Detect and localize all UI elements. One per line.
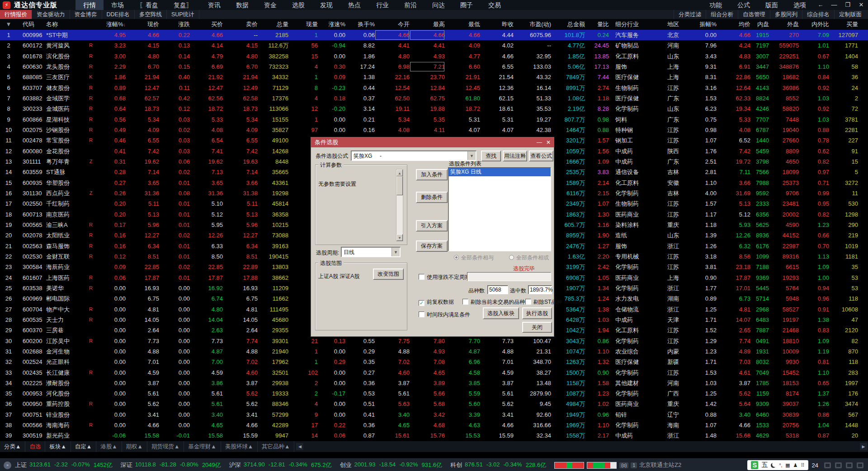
add-condition-button[interactable]: 加入条件 bbox=[416, 169, 448, 180]
table-row[interactable]: 4600630龙头股份R2.296.700.156.696.7073232340… bbox=[0, 61, 868, 72]
header-change-pct[interactable]: 涨幅%↓ bbox=[96, 19, 126, 30]
header-total-volume[interactable]: 总量 bbox=[258, 19, 288, 30]
close-button[interactable]: 关闭 bbox=[522, 322, 552, 333]
tab-美股环球[interactable]: 美股环球▲ bbox=[221, 441, 258, 452]
tab-期权[interactable]: 期权▲ bbox=[122, 441, 147, 452]
chevron-down-icon[interactable]: ▼ bbox=[392, 248, 400, 256]
tab-基金理财[interactable]: 基金理财▲ bbox=[184, 441, 221, 452]
forward-adjust-checkbox[interactable]: ✓前复权数据 bbox=[419, 298, 454, 306]
menu-item-问达[interactable]: 问达 bbox=[425, 0, 453, 10]
table-row[interactable]: 33002435长江健康R0.004.590.004.594.603250110… bbox=[0, 367, 868, 378]
time-range-checkbox[interactable]: 时间段内满足条件 bbox=[419, 311, 470, 319]
table-row[interactable]: 36000950重药控股R0.005.620.005.615.628834640… bbox=[0, 399, 868, 409]
table-row[interactable]: 31002688金河生物0.004.880.004.874.882194010.… bbox=[0, 346, 868, 357]
table-row[interactable]: 30600200江苏吴中R0.007.730.007.737.743930121… bbox=[0, 336, 868, 346]
back-arrow-icon[interactable]: ← bbox=[814, 0, 827, 10]
restore-icon[interactable]: ❐ bbox=[841, 0, 854, 10]
scroll-down-icon[interactable]: ▼ bbox=[396, 234, 403, 241]
header-cur-volume[interactable]: 现量 bbox=[288, 19, 318, 30]
menu-item-版面[interactable]: 版面 bbox=[758, 0, 786, 10]
server-name[interactable]: 北京联通主站Z2 bbox=[639, 461, 681, 469]
toolbar-item-多股同列[interactable]: 多股同列 bbox=[770, 10, 802, 19]
table-row[interactable]: 37000751锌业股份0.003.410.003.403.415729990.… bbox=[0, 410, 868, 420]
menu-item-选项[interactable]: 选项 bbox=[786, 0, 814, 10]
tab-港股[interactable]: 港股▲ bbox=[96, 441, 122, 452]
header-prev-close[interactable]: 昨收 bbox=[480, 19, 514, 30]
find-button[interactable]: 查找 bbox=[481, 151, 501, 161]
delete-condition-button[interactable]: 删除条件 bbox=[416, 192, 448, 203]
header-buy-price[interactable]: 买价 bbox=[190, 19, 223, 30]
punctuation-icon[interactable]: °, bbox=[779, 463, 782, 468]
table-row[interactable]: 35000953河化股份0.005.610.005.615.62193332-0… bbox=[0, 388, 868, 399]
menu-item-复盘〗[interactable]: 复盘〗 bbox=[166, 0, 200, 10]
period-combo[interactable]: 日线 ▼ bbox=[341, 247, 401, 257]
index-沪深[interactable]: 沪深3714.90-12.81-0.34%675.2亿 bbox=[229, 461, 335, 469]
table-row[interactable]: 38000566海南海药R0.004.660.004.654.664228917… bbox=[0, 420, 868, 430]
tab-自定[interactable]: 自定▲ bbox=[71, 441, 96, 452]
toolbar-item-定制版面[interactable]: 定制版面 bbox=[834, 10, 866, 19]
tab-期货现货[interactable]: 期货现货▲ bbox=[147, 441, 184, 452]
exclude-st-checkbox[interactable]: 剔除ST品种 bbox=[525, 298, 562, 306]
menu-item-发现[interactable]: 发现 bbox=[312, 0, 340, 10]
table-row[interactable]: 6603707健友股份R0.8912.470.1112.4712.4971129… bbox=[0, 83, 868, 93]
header-industry[interactable]: 细分行业 bbox=[609, 19, 660, 30]
index-上证[interactable]: 上证3123.61-2.32-0.07%1452亿 bbox=[15, 461, 116, 469]
menu-item-公式[interactable]: 公式 bbox=[730, 0, 758, 10]
tray-power-icon[interactable] bbox=[857, 462, 863, 468]
change-range-button[interactable]: 改变范围 bbox=[373, 268, 404, 280]
table-row[interactable]: 9600866星湖科技R0.565.340.035.335.341515510.… bbox=[0, 114, 868, 125]
header-pe-dynamic[interactable]: 市盈(动) bbox=[514, 19, 551, 30]
scrollbar-thumb[interactable] bbox=[396, 176, 403, 195]
menu-item-市场[interactable]: 市场 bbox=[104, 0, 132, 10]
menu-item-功能[interactable]: 功能 bbox=[702, 0, 730, 10]
index-深证[interactable]: 深证10118.8-81.28-0.80%2049亿 bbox=[121, 461, 225, 469]
tabs-scroll-right-icon[interactable]: ▶ bbox=[860, 443, 867, 450]
table-row[interactable]: 3601678滨化股份R3.004.800.144.794.8038225815… bbox=[0, 51, 868, 61]
formula-combo[interactable]: 笑脸XG - ▼ bbox=[351, 151, 476, 161]
toolbar-item-多空阵线[interactable]: 多空阵线 bbox=[135, 10, 167, 19]
updown-period-input[interactable] bbox=[467, 272, 551, 281]
ime-bar[interactable]: S 五 °, ▦ ♟ ⠿ bbox=[747, 460, 808, 470]
wubi-mode-icon[interactable]: 五 bbox=[761, 461, 768, 469]
tray-keyboard-icon[interactable] bbox=[824, 462, 831, 468]
index-科创[interactable]: 科创876.51-3.02-0.34%228.6亿 bbox=[450, 461, 550, 469]
menu-item-〖看盘[interactable]: 〖看盘 bbox=[132, 0, 166, 10]
header-low[interactable]: 最低 bbox=[445, 19, 480, 30]
toolbar-item-资金驱动力[interactable]: 资金驱动力 bbox=[32, 10, 70, 19]
condition-list-item-selected[interactable]: 笑脸XG 日线 bbox=[448, 168, 551, 176]
header-margin-flag[interactable] bbox=[86, 19, 96, 30]
menu-item-圈子[interactable]: 圈子 bbox=[453, 0, 481, 10]
tray-monitor-icon[interactable] bbox=[835, 462, 842, 468]
menu-item-行业[interactable]: 行业 bbox=[368, 0, 396, 10]
menu-item-前沿[interactable]: 前沿 bbox=[396, 0, 425, 10]
radio-and[interactable]: 全部条件相与 bbox=[454, 254, 494, 262]
radio-or[interactable]: 全部条件相或 bbox=[509, 254, 549, 262]
tab-板块[interactable]: 板块▲ bbox=[45, 441, 71, 452]
execute-pick-button[interactable]: 执行选股 bbox=[522, 307, 552, 319]
header-stock-code[interactable]: 代码 bbox=[17, 19, 46, 30]
toolbar-item-组合分析[interactable]: 组合分析 bbox=[706, 10, 738, 19]
table-row[interactable]: 2600172黄河旋风R3.234.150.134.144.15112.6万56… bbox=[0, 40, 868, 51]
header-in-out-ratio[interactable]: 内外比 bbox=[799, 19, 829, 30]
toolbar-item-行情报价[interactable]: 行情报价 bbox=[0, 10, 32, 19]
table-row[interactable]: 7603882金域医学R0.6862.570.4262.5662.5817376… bbox=[0, 93, 868, 104]
tray-satellite-icon[interactable] bbox=[846, 462, 853, 468]
table-row[interactable]: 34002225濮耐股份0.003.870.003.863.872993820.… bbox=[0, 378, 868, 388]
header-speed-pct[interactable]: 涨速% bbox=[318, 19, 345, 30]
header-sell-price[interactable]: 卖价 bbox=[223, 19, 258, 30]
view-formula-button[interactable]: 查看公式 bbox=[529, 151, 553, 161]
menu-item-资讯[interactable]: 资讯 bbox=[200, 0, 228, 10]
menu-item-热点[interactable]: 热点 bbox=[340, 0, 368, 10]
table-row[interactable]: 32002524光正眼科0.007.010.007.007.021796210.… bbox=[0, 357, 868, 367]
header-row-number[interactable]: ▼ bbox=[0, 19, 17, 30]
header-turnover-pct[interactable]: 换手% bbox=[345, 19, 375, 30]
chevron-down-icon[interactable]: ▼ bbox=[467, 151, 476, 160]
header-change[interactable]: 涨跌 bbox=[159, 19, 190, 30]
import-plan-button[interactable]: 引入方案 bbox=[416, 220, 448, 231]
table-row[interactable]: 5688085三友医疗K1.8621.940.4021.9221.9434332… bbox=[0, 72, 868, 82]
voice-broadcast-icon[interactable]: » bbox=[4, 462, 11, 469]
condition-listbox[interactable]: 笑脸XG 日线 bbox=[448, 167, 551, 251]
tab-自选[interactable]: 自选 bbox=[25, 441, 45, 452]
tabs-scroll-left-icon[interactable]: ◀ bbox=[296, 443, 303, 450]
header-outer-volume[interactable]: 外盘 bbox=[769, 19, 799, 30]
